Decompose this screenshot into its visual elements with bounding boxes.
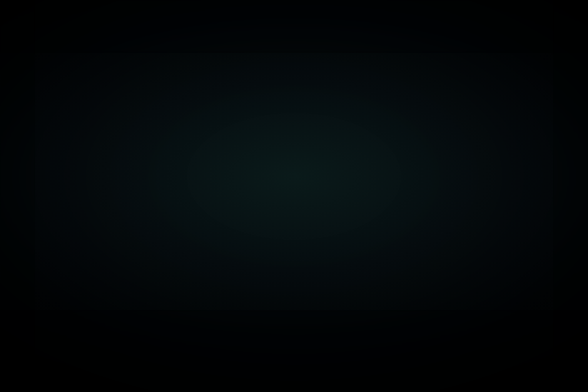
code-screenshot (0, 0, 588, 392)
